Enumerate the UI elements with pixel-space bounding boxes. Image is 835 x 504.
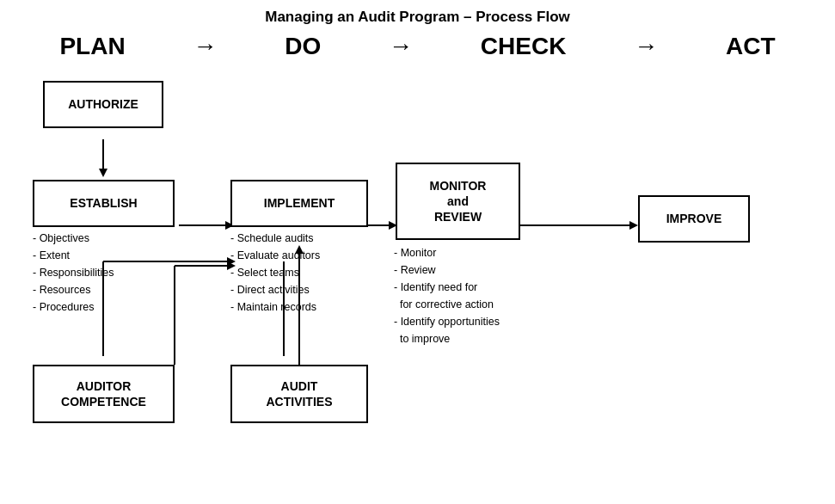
phase-act: ACT	[726, 33, 776, 60]
phases-row: PLAN → DO → CHECK → ACT	[17, 33, 818, 60]
establish-label: ESTABLISH	[70, 195, 137, 211]
monitor-label: MONITOR and REVIEW	[430, 178, 487, 225]
arrow-check-act: →	[634, 33, 658, 60]
box-improve: IMPROVE	[638, 195, 750, 243]
diagram-container: Managing an Audit Program – Process Flow…	[0, 0, 835, 504]
flow-area: AUTHORIZE ESTABLISH - Objectives - Exten…	[17, 72, 818, 442]
svg-marker-7	[629, 221, 638, 230]
implement-bullets: - Schedule audits - Evaluate auditors - …	[230, 230, 320, 316]
box-establish: ESTABLISH	[33, 180, 175, 227]
box-monitor: MONITOR and REVIEW	[396, 163, 520, 240]
establish-bullets: - Objectives - Extent - Responsibilities…	[33, 230, 114, 316]
svg-marker-1	[99, 169, 107, 177]
arrow-plan-do: →	[193, 33, 217, 60]
box-auditor: AUDITOR COMPETENCE	[33, 365, 175, 423]
box-audit-activities: AUDIT ACTIVITIES	[230, 365, 368, 423]
arrow-do-check: →	[389, 33, 413, 60]
phase-plan: PLAN	[59, 33, 125, 60]
box-implement: IMPLEMENT	[230, 180, 368, 227]
monitor-bullets: - Monitor - Review - Identify need for f…	[394, 244, 500, 347]
main-title: Managing an Audit Program – Process Flow	[17, 9, 818, 26]
phase-check: CHECK	[481, 33, 567, 60]
improve-label: IMPROVE	[666, 211, 722, 226]
audit-activities-label: AUDIT ACTIVITIES	[266, 378, 332, 409]
box-authorize: AUTHORIZE	[43, 81, 163, 128]
implement-label: IMPLEMENT	[264, 195, 335, 211]
auditor-label: AUDITOR COMPETENCE	[61, 378, 146, 409]
phase-do: DO	[285, 33, 321, 60]
authorize-label: AUTHORIZE	[68, 96, 138, 112]
